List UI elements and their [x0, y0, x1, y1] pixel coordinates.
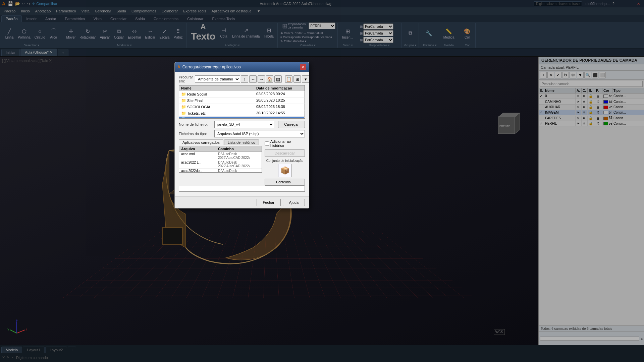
modal-body: Procurar em: Ambiente de trabalho ↑ ← → …	[175, 72, 309, 196]
close-dialog-btn[interactable]: Fechar	[257, 199, 281, 206]
filename-label: Nome de ficheiro:	[179, 122, 212, 126]
tab-history[interactable]: Lista de histórico	[224, 139, 259, 145]
filename-row: Nome de ficheiro: janela_3D_v4 Carregar	[179, 121, 305, 128]
file-row-janela[interactable]: 📄janela_3D_v4 30/03/2023 12:18	[179, 117, 305, 119]
loaded-apps-container[interactable]: Arquivo Caminho acad.mnl D:\AutoDesk 202…	[179, 146, 262, 173]
col-nome: Nome	[179, 85, 254, 91]
init-set-area: Conjunto de inicialização 📦 Conteúdo...	[265, 159, 305, 186]
contents-btn[interactable]: Conteúdo...	[265, 179, 305, 186]
modal-right: Adicionar ao histórico Descarregar Conju…	[265, 139, 305, 186]
nav-forward-btn[interactable]: →	[258, 75, 265, 83]
load-unload-dialog: A Carregar/descarregar aplicativos ✕ Pro…	[174, 62, 309, 208]
col-date: Data de modificação	[254, 85, 305, 91]
tab-loaded-apps[interactable]: Aplicativos carregados	[179, 139, 223, 145]
file-row-site-final[interactable]: 📁Site Final 28/03/2023 18:25	[179, 98, 305, 104]
modal-app-icon: A	[177, 65, 180, 69]
view-details-btn[interactable]: 📋	[285, 75, 292, 83]
app-row-acad2022do[interactable]: acad2022do... D:\AutoDesk 2022\AutoCAD 2…	[179, 169, 262, 173]
view-icons-btn[interactable]: ⊞	[293, 75, 301, 83]
app-row-acad2022l[interactable]: acad2022 L... D:\AutoDesk 2022\AutoCAD 2…	[179, 160, 262, 169]
col-caminho: Caminho	[216, 146, 236, 152]
add-to-history-checkbox[interactable]	[265, 141, 269, 146]
file-row-rede-social[interactable]: 📁Rede Social 02/03/2023 00:24	[179, 91, 305, 98]
file-list-container[interactable]: Nome Data de modificação 📁Rede Social 02…	[179, 85, 305, 119]
filetype-label: Ficheiros do tipo:	[179, 132, 212, 136]
modal-overlay: A Carregar/descarregar aplicativos ✕ Pro…	[0, 0, 644, 362]
add-to-history-label: Adicionar ao histórico	[270, 139, 305, 147]
modal-title: Carregar/descarregar aplicativos	[182, 65, 241, 69]
loaded-apps-header: Arquivo Caminho	[179, 146, 262, 152]
modal-footer: Fechar Ajuda	[175, 196, 309, 208]
col-arquivo: Arquivo	[179, 146, 216, 152]
app-row-acad[interactable]: acad.mnl D:\AutoDesk 2022\AutoCAD 2022\	[179, 152, 262, 160]
modal-left: Aplicativos carregados Lista de históric…	[179, 139, 262, 186]
nav-home-btn[interactable]: 🏠	[266, 75, 273, 83]
help-dialog-btn[interactable]: Ajuda	[283, 199, 305, 206]
view-btns: 📋 ⊞ ▾	[285, 75, 309, 83]
modal-title-bar: A Carregar/descarregar aplicativos ✕	[175, 62, 309, 72]
filetype-row: Ficheiros do tipo: Arquivos AutoLISP (*.…	[179, 130, 305, 137]
nav-back-btn[interactable]: ←	[249, 75, 257, 83]
filetype-dropdown[interactable]: Arquivos AutoLISP (*.lsp)	[214, 130, 305, 137]
look-in-dropdown[interactable]: Ambiente de trabalho	[195, 75, 240, 83]
modal-close-btn[interactable]: ✕	[300, 64, 306, 70]
filename-dropdown[interactable]: janela_3D_v4	[214, 121, 274, 128]
add-to-history-row: Adicionar ao histórico	[265, 139, 305, 147]
unload-btn[interactable]: Descarregar	[265, 149, 305, 157]
file-list-header: Nome Data de modificação	[179, 85, 305, 91]
view-toggle-btn[interactable]: ▤	[274, 75, 282, 83]
init-set-label: Conjunto de inicialização	[266, 159, 304, 163]
look-in-group: Ambiente de trabalho ↑ ← → 🏠 ▤	[195, 75, 282, 83]
view-more-btn[interactable]: ▾	[302, 75, 309, 83]
load-btn[interactable]: Carregar	[278, 121, 305, 128]
progress-bar	[179, 186, 305, 192]
nav-up-btn[interactable]: ↑	[241, 75, 248, 83]
look-in-label: Procurar em:	[179, 75, 193, 83]
look-in-row: Procurar em: Ambiente de trabalho ↑ ← → …	[179, 75, 305, 83]
file-row-tickets[interactable]: 📁Tickets, etc 30/10/2022 14:55	[179, 110, 305, 117]
file-row-sociologia[interactable]: 📁SOCIOLOGIA 08/02/2023 18:36	[179, 104, 305, 110]
modal-split: Aplicativos carregados Lista de históric…	[179, 139, 305, 186]
init-set-icon[interactable]: 📦	[278, 164, 291, 177]
loaded-apps-tabs: Aplicativos carregados Lista de históric…	[179, 139, 262, 145]
look-in-toolbar: ↑ ← → 🏠 ▤	[241, 75, 282, 83]
